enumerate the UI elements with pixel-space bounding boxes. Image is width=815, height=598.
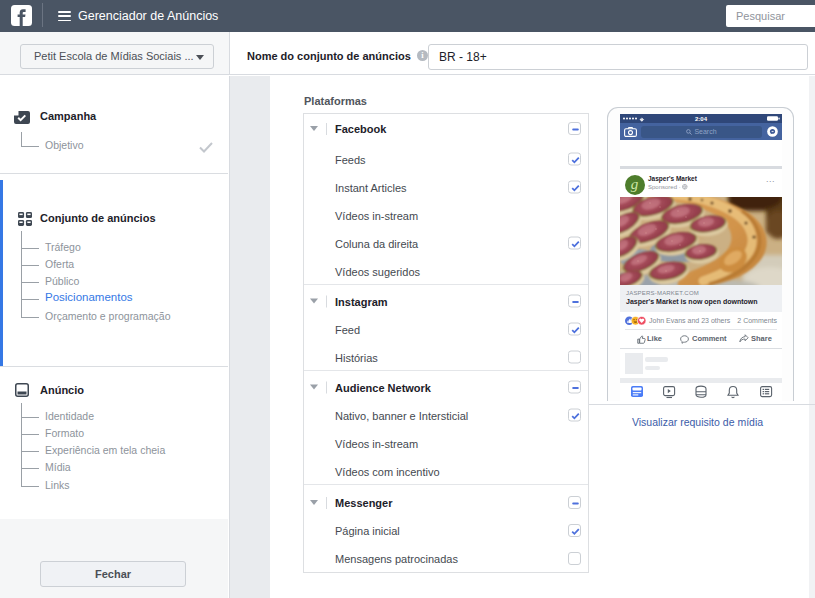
svg-text:2:04: 2:04	[695, 116, 708, 122]
